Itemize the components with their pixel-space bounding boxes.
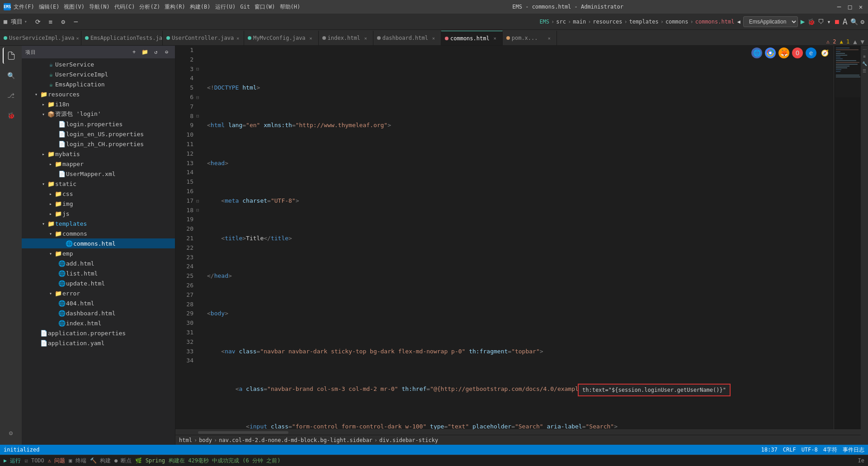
tab-close[interactable]: ✕ [236,34,240,42]
minimize-button[interactable]: ─ [835,3,843,10]
file-update-html[interactable]: 🌐 update.html [22,278,175,288]
refresh-icon[interactable]: ↺ [151,48,160,57]
tab-user-service-impl[interactable]: UserServiceImpl.java ✕ [0,31,81,45]
folder-img[interactable]: ▸ 📁 img [22,199,175,209]
gutter-fold[interactable]: ⊟ [196,196,205,206]
tab-close[interactable]: ✕ [430,34,437,42]
new-file-icon[interactable]: + [130,48,139,57]
file-app-props[interactable]: 📄 application.properties [22,328,175,338]
file-index-html[interactable]: 🌐 index.html [22,318,175,328]
menu-edit[interactable]: 编辑(E) [39,3,60,11]
tab-close[interactable]: ✕ [362,34,369,42]
status-encoding[interactable]: UTF-8 [802,447,818,453]
menu-window[interactable]: 窗口(W) [255,3,275,11]
settings-act-icon[interactable]: ⚙ [3,425,19,441]
menu-analyze[interactable]: 分析(Z) [139,3,160,11]
folder-mapper[interactable]: ▸ 📁 mapper [22,159,175,169]
search-everywhere-icon[interactable]: 🔍 [850,18,858,25]
scroll-thumb[interactable] [198,431,288,434]
new-folder-icon[interactable]: 📁 [141,48,150,57]
sync-icon[interactable]: ⟳ [33,16,43,27]
file-404-html[interactable]: 🌐 404.html [22,298,175,308]
gutter-fold[interactable]: ⊟ [196,206,205,215]
folder-commons[interactable]: ▾ 📁 commons [22,228,175,238]
menu-run[interactable]: 运行(U) [215,3,236,11]
gutter-fold[interactable]: ⊟ [196,93,205,102]
run-button[interactable]: ▶ [801,17,805,26]
tab-dashboard-html[interactable]: dashboard.html ✕ [373,31,441,45]
menu-file[interactable]: 文件(F) [14,3,34,11]
spring-btn[interactable]: 🌿 Spring [135,457,165,464]
folder-error[interactable]: ▾ 📁 error [22,288,175,298]
run-btn[interactable]: ▶ 运行 [4,457,21,465]
menu-code[interactable]: 代码(C) [114,3,135,11]
tab-myMvcConfig[interactable]: MyMvcConfig.java ✕ [244,31,319,45]
file-login-zh-props[interactable]: 📄 login_zh_CH.properties [22,139,175,149]
search-icon[interactable]: 🔍 [3,67,19,84]
tab-ems-app-tests[interactable]: EmsApplicationTests.java ✕ [81,31,163,45]
problems-btn[interactable]: ⚠ 问题 [48,457,65,465]
git-icon[interactable]: ⎇ [3,87,19,104]
app-selector[interactable]: EmsApplication [743,16,798,27]
bc-body[interactable]: body [199,437,212,443]
folder-mybatis[interactable]: ▸ 📁 mybatis [22,149,175,159]
right-panel-btn3[interactable]: 🔧 [862,62,867,66]
more-run-options[interactable]: ▾ [827,18,830,25]
file-emsapp[interactable]: ☕ EmsApplication [22,79,175,89]
folder-static[interactable]: ▾ 📁 static [22,179,175,189]
close-button[interactable]: ✕ [857,3,864,10]
chevron-down-icon[interactable]: ▼ [861,38,864,45]
folder-css[interactable]: ▸ 📁 css [22,189,175,199]
folder-i18n[interactable]: ▸ 📁 i18n [22,99,175,109]
menu-refactor[interactable]: 重构(R) [165,3,185,11]
maximize-button[interactable]: □ [846,3,854,10]
folder-emp[interactable]: ▾ 📁 emp [22,248,175,258]
file-add-html[interactable]: 🌐 add.html [22,258,175,268]
horizontal-scrollbar[interactable] [175,429,861,435]
file-app-yaml[interactable]: 📄 application.yaml [22,338,175,348]
tab-user-controller[interactable]: UserController.java ✕ [163,31,244,45]
build-btn[interactable]: 🔨 构建 [90,457,111,465]
bc-nav[interactable]: nav.col-md-2.d-none.d-md-block.bg-light.… [219,437,373,443]
breakpoints-btn[interactable]: ● 断点 [114,457,132,465]
tab-commons-html[interactable]: commons.html ✕ [441,31,503,45]
file-login-props[interactable]: 📄 login.properties [22,119,175,129]
folder-js[interactable]: ▸ 📁 js [22,209,175,219]
tab-pom[interactable]: pom.x... ✕ [503,31,557,45]
file-dashboard-html[interactable]: 🌐 dashboard.html [22,308,175,318]
debug-icon[interactable]: 🐞 [3,107,19,124]
code-editor[interactable]: <!DOCTYPE html> <html lang="en" xmlns:th… [205,46,834,429]
tab-close[interactable]: ✕ [76,34,79,42]
file-user-mapper[interactable]: 📄 UserMapper.xml [22,169,175,179]
terminal-btn[interactable]: ▣ 终端 [69,457,86,465]
menu-help[interactable]: 帮助(H) [280,3,301,11]
tab-close[interactable]: ✕ [307,34,315,42]
todo-btn[interactable]: ☑ TODO [24,457,44,464]
tab-close[interactable]: ✕ [491,35,499,42]
file-userservice[interactable]: ☕ UserService [22,59,175,69]
folder-resources[interactable]: ▾ 📁 resources [22,89,175,99]
file-userserviceimpl[interactable]: ☕ UserServiceImpl [22,69,175,79]
right-panel-btn4[interactable]: ☰ [863,69,866,73]
file-list-html[interactable]: 🌐 list.html [22,268,175,278]
project-dropdown[interactable]: ▾ [24,19,27,24]
back-icon[interactable]: ◀ [737,19,740,25]
gear-icon[interactable]: ⚙ [58,16,69,27]
list-icon[interactable]: ≡ [45,16,56,27]
collapse-all-icon[interactable]: ⊖ [162,48,171,57]
menu-view[interactable]: 视图(V) [64,3,85,11]
folder-login-bundle[interactable]: ▾ 📦 资源包 'login' [22,109,175,119]
right-panel-btn2[interactable]: ≡ [863,54,865,59]
status-crlf[interactable]: CRLF [783,447,796,453]
tab-index-html[interactable]: index.html ✕ [319,31,373,45]
translate-icon[interactable]: A [843,17,848,26]
settings-icon[interactable]: ⚙ [861,18,864,25]
debug-button[interactable]: 🐞 [807,18,815,25]
tab-close[interactable]: ✕ [546,34,553,42]
stop-button[interactable]: ⏹ [834,18,840,25]
bc-html[interactable]: html [179,437,192,443]
gutter-fold[interactable]: ⊟ [196,112,205,121]
minimize-panel-icon[interactable]: ─ [71,16,81,27]
menu-git[interactable]: Git [240,4,250,10]
file-commons-html[interactable]: 🌐 commons.html [22,238,175,248]
